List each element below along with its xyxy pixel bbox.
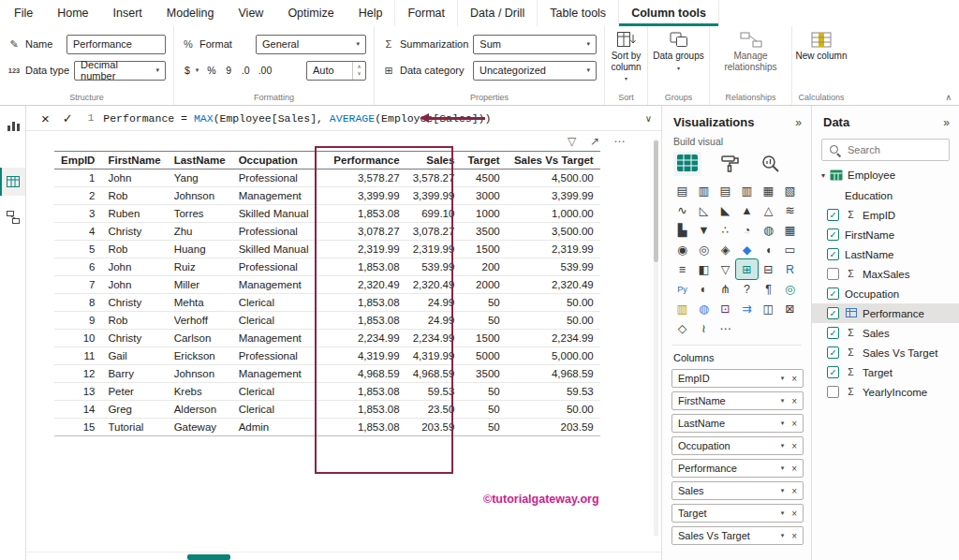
stepper-up-icon[interactable]: ∧ bbox=[357, 64, 361, 70]
field-well-sales-vs-target[interactable]: Sales Vs Target▾× bbox=[671, 526, 804, 545]
stepper-down-icon[interactable]: ∨ bbox=[357, 70, 361, 77]
field-item-target[interactable]: ✓ΣTarget bbox=[812, 362, 959, 382]
column-header-empid[interactable]: EmpID bbox=[54, 152, 101, 169]
remove-field-icon[interactable]: × bbox=[791, 486, 797, 496]
r-script-visual-icon[interactable]: R bbox=[779, 259, 801, 279]
cancel-formula-button[interactable]: × bbox=[41, 111, 50, 126]
field-checkbox[interactable]: ✓ bbox=[827, 307, 839, 319]
remove-field-icon[interactable]: × bbox=[791, 396, 797, 406]
field-checkbox[interactable]: ✓ bbox=[827, 327, 839, 339]
field-well-empid[interactable]: EmpID▾× bbox=[671, 369, 804, 388]
column-header-firstname[interactable]: FirstName bbox=[101, 152, 167, 169]
decimal-places-stepper[interactable]: Auto ∧ ∨ bbox=[306, 61, 366, 81]
format-button-00[interactable]: .00 bbox=[256, 62, 275, 79]
metrics-icon[interactable]: ◎ bbox=[779, 279, 801, 299]
data-groups-button[interactable]: Data groups ▾ bbox=[650, 32, 707, 90]
clustered-bar-chart-icon[interactable]: ▤ bbox=[715, 181, 736, 200]
format-button-currency[interactable]: % bbox=[204, 62, 218, 79]
menu-tab-help[interactable]: Help bbox=[347, 0, 395, 26]
decomposition-tree-icon[interactable]: ⋔ bbox=[715, 279, 736, 299]
name-input[interactable]: Performance bbox=[66, 35, 166, 54]
map-icon[interactable]: ◉ bbox=[671, 240, 693, 259]
commit-formula-button[interactable]: ✓ bbox=[63, 111, 73, 125]
text-slicer-icon[interactable]: ≀ bbox=[693, 318, 715, 338]
stacked-column-chart-icon[interactable]: ▥ bbox=[693, 181, 715, 200]
remove-field-icon[interactable]: × bbox=[791, 508, 797, 519]
stacked-area-chart-icon[interactable]: ◣ bbox=[715, 200, 736, 220]
remove-field-icon[interactable]: × bbox=[791, 464, 797, 474]
100-stacked-column-chart-icon[interactable]: ▧ bbox=[779, 181, 801, 200]
donut-chart-icon[interactable]: ◍ bbox=[758, 220, 779, 240]
line-and-stacked-column-chart-icon[interactable]: ▲ bbox=[736, 200, 758, 220]
new-column-button[interactable]: New column bbox=[794, 32, 848, 90]
field-item-empid[interactable]: ✓ΣEmpID bbox=[812, 205, 959, 225]
field-checkbox[interactable]: ✓ bbox=[827, 228, 839, 241]
field-well-sales[interactable]: Sales▾× bbox=[671, 481, 804, 500]
focus-mode-icon[interactable]: ↗ bbox=[590, 135, 599, 148]
manage-relationships-button[interactable]: Manage relationships bbox=[712, 32, 789, 90]
build-visual-tab[interactable] bbox=[673, 152, 701, 176]
chevron-down-icon[interactable]: ▾ bbox=[781, 375, 785, 382]
format-visual-tab[interactable] bbox=[716, 152, 744, 176]
model-view-button[interactable] bbox=[0, 203, 25, 231]
column-header-sales-vs-target[interactable]: Sales Vs Target bbox=[507, 152, 600, 169]
menu-tab-insert[interactable]: Insert bbox=[101, 0, 155, 26]
scorecard-icon[interactable]: ◫ bbox=[758, 299, 779, 318]
shape-map-icon[interactable]: ◈ bbox=[715, 240, 736, 259]
scrollbar-thumb[interactable] bbox=[654, 140, 658, 262]
multi-row-card-icon[interactable]: ≡ bbox=[671, 259, 693, 279]
ribbon-chart-icon[interactable]: ≋ bbox=[779, 200, 801, 220]
page-tab-indicator[interactable] bbox=[187, 554, 230, 560]
table-view-button[interactable] bbox=[0, 168, 25, 196]
chevron-down-icon[interactable]: ▾ bbox=[781, 509, 785, 517]
remove-field-icon[interactable]: × bbox=[791, 419, 797, 429]
expand-formula-bar-icon[interactable]: ∨ bbox=[645, 113, 652, 124]
chevron-down-icon[interactable]: ▾ bbox=[781, 464, 785, 472]
menu-tab-file[interactable]: File bbox=[2, 0, 45, 26]
collapse-ribbon-icon[interactable]: ∧ bbox=[945, 93, 952, 102]
column-header-sales[interactable]: Sales bbox=[406, 152, 462, 169]
collapse-pane-icon[interactable]: » bbox=[943, 116, 950, 129]
field-well-firstname[interactable]: FirstName▾× bbox=[671, 391, 804, 410]
field-item-sales-vs-target[interactable]: ✓ΣSales Vs Target bbox=[812, 343, 959, 362]
analytics-tab[interactable] bbox=[757, 152, 785, 176]
pie-chart-icon[interactable]: ◔ bbox=[736, 220, 758, 240]
menu-tab-column-tools[interactable]: Column tools bbox=[618, 0, 719, 26]
field-well-lastname[interactable]: LastName▾× bbox=[671, 414, 804, 433]
smart-narrative-icon[interactable]: ¶ bbox=[758, 279, 779, 299]
gauge-icon[interactable]: ◖ bbox=[758, 240, 779, 259]
field-item-lastname[interactable]: ✓LastName bbox=[812, 244, 959, 264]
field-item-yearlyincome[interactable]: ΣYearlyIncome bbox=[812, 382, 959, 402]
matrix-icon[interactable]: ⊟ bbox=[758, 259, 779, 279]
data-type-select[interactable]: Decimal number ▾ bbox=[74, 61, 166, 81]
data-category-select[interactable]: Uncategorized ▾ bbox=[473, 61, 597, 81]
python-visual-icon[interactable]: Py bbox=[671, 279, 693, 299]
100-stacked-bar-chart-icon[interactable]: ▦ bbox=[758, 181, 779, 200]
field-item-firstname[interactable]: ✓FirstName bbox=[812, 225, 959, 244]
power-automate-icon[interactable]: ⇉ bbox=[736, 299, 758, 318]
line-chart-icon[interactable]: ∿ bbox=[671, 200, 693, 220]
column-header-lastname[interactable]: LastName bbox=[168, 152, 232, 169]
remove-field-icon[interactable]: × bbox=[791, 374, 797, 384]
field-item-occupation[interactable]: ✓Occupation bbox=[812, 284, 959, 303]
chevron-down-icon[interactable]: ▾ bbox=[781, 487, 785, 494]
field-table-employee[interactable]: ▾ Employee bbox=[812, 161, 959, 185]
chevron-down-icon[interactable]: ▾ bbox=[781, 442, 785, 449]
filled-map-icon[interactable]: ◎ bbox=[693, 240, 715, 259]
field-item-maxsales[interactable]: ΣMaxSales bbox=[812, 264, 959, 284]
menu-tab-modeling[interactable]: Modeling bbox=[155, 0, 227, 26]
menu-tab-data-drill[interactable]: Data / Drill bbox=[457, 0, 537, 26]
menu-tab-optimize[interactable]: Optimize bbox=[275, 0, 346, 26]
line-and-clustered-column-chart-icon[interactable]: △ bbox=[758, 200, 779, 220]
field-checkbox[interactable]: ✓ bbox=[827, 366, 839, 378]
field-checkbox[interactable]: ✓ bbox=[827, 346, 839, 359]
chevron-down-icon[interactable]: ▾ bbox=[821, 171, 825, 180]
field-item-performance[interactable]: ✓Performance bbox=[812, 303, 959, 323]
field-well-target[interactable]: Target▾× bbox=[671, 504, 804, 523]
kpi-icon[interactable]: ◧ bbox=[693, 259, 715, 279]
scatter-chart-icon[interactable]: ∴ bbox=[715, 220, 736, 240]
more-options-icon[interactable]: ⋯ bbox=[613, 135, 625, 148]
field-checkbox[interactable]: ✓ bbox=[827, 287, 839, 300]
stacked-bar-chart-icon[interactable]: ▤ bbox=[671, 181, 693, 200]
arcgis-map-icon[interactable]: ◍ bbox=[693, 299, 715, 318]
